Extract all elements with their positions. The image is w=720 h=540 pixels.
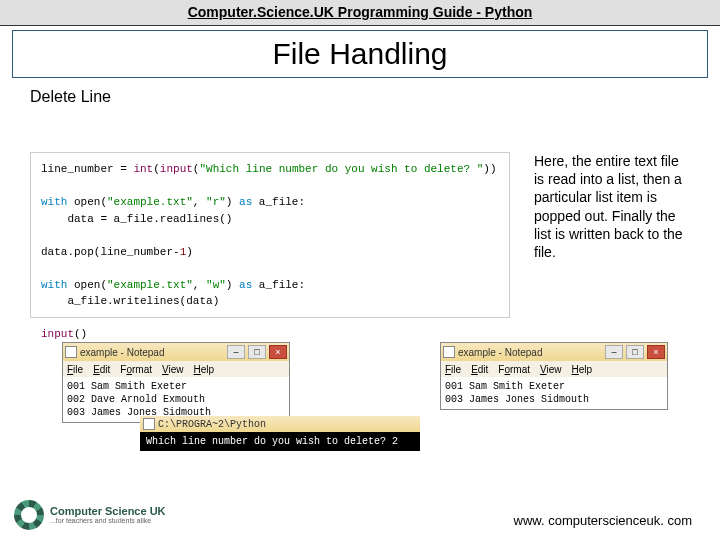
titlebar[interactable]: example - Notepad – □ × — [441, 343, 667, 361]
menu-edit[interactable]: Edit — [93, 364, 110, 375]
minimize-button[interactable]: – — [605, 345, 623, 359]
titlebar[interactable]: example - Notepad – □ × — [63, 343, 289, 361]
menu-format[interactable]: Format — [498, 364, 530, 375]
brand-logo: Computer Science UK ...for teachers and … — [14, 500, 166, 530]
menu-help[interactable]: Help — [572, 364, 593, 375]
logo-tagline: ...for teachers and students alike — [50, 517, 166, 525]
notepad-window-after: example - Notepad – □ × File Edit Format… — [440, 342, 668, 410]
notepad-icon — [443, 346, 455, 358]
menu-bar: File Edit Format View Help — [63, 361, 289, 377]
code-string: "Which line number do you wish to delete… — [199, 163, 483, 175]
logo-brand: Computer Science UK — [50, 505, 166, 517]
file-line: 001 Sam Smith Exeter — [445, 381, 565, 392]
terminal-body[interactable]: Which line number do you wish to delete?… — [140, 432, 420, 451]
code-block: line_number = int(input("Which line numb… — [30, 152, 510, 318]
notepad-icon — [65, 346, 77, 358]
menu-view[interactable]: View — [540, 364, 562, 375]
terminal-icon — [143, 418, 155, 430]
description-text: Here, the entire text file is read into … — [534, 152, 690, 261]
close-button[interactable]: × — [647, 345, 665, 359]
logo-icon — [14, 500, 44, 530]
menu-edit[interactable]: Edit — [471, 364, 488, 375]
terminal-title: C:\PROGRA~2\Python — [158, 419, 266, 430]
code-text: line_number = — [41, 163, 133, 175]
header-bar: Computer.Science.UK Programming Guide - … — [0, 0, 720, 26]
menu-bar: File Edit Format View Help — [441, 361, 667, 377]
file-line: 003 James Jones Sidmouth — [445, 394, 589, 405]
site-title: Computer.Science.UK Programming Guide - … — [0, 0, 720, 20]
maximize-button[interactable]: □ — [248, 345, 266, 359]
close-button[interactable]: × — [269, 345, 287, 359]
notepad-window-before: example - Notepad – □ × File Edit Format… — [62, 342, 290, 423]
window-title: example - Notepad — [458, 347, 543, 358]
window-title: example - Notepad — [80, 347, 165, 358]
menu-file[interactable]: File — [445, 364, 461, 375]
code-builtin: int — [133, 163, 153, 175]
maximize-button[interactable]: □ — [626, 345, 644, 359]
menu-file[interactable]: File — [67, 364, 83, 375]
menu-format[interactable]: Format — [120, 364, 152, 375]
minimize-button[interactable]: – — [227, 345, 245, 359]
section-heading: Delete Line — [30, 88, 720, 106]
menu-view[interactable]: View — [162, 364, 184, 375]
code-keyword: with — [41, 196, 67, 208]
main-title-box: File Handling — [12, 30, 708, 78]
menu-help[interactable]: Help — [194, 364, 215, 375]
terminal-titlebar[interactable]: C:\PROGRA~2\Python — [140, 416, 420, 432]
footer-url: www. computerscienceuk. com — [514, 513, 692, 528]
terminal-line: Which line number do you wish to delete?… — [146, 436, 398, 447]
file-line: 001 Sam Smith Exeter — [67, 381, 187, 392]
terminal-window: C:\PROGRA~2\Python Which line number do … — [140, 416, 420, 451]
code-builtin: input — [160, 163, 193, 175]
file-line: 002 Dave Arnold Exmouth — [67, 394, 205, 405]
notepad-content[interactable]: 001 Sam Smith Exeter 003 James Jones Sid… — [441, 377, 667, 409]
main-title: File Handling — [272, 37, 447, 70]
